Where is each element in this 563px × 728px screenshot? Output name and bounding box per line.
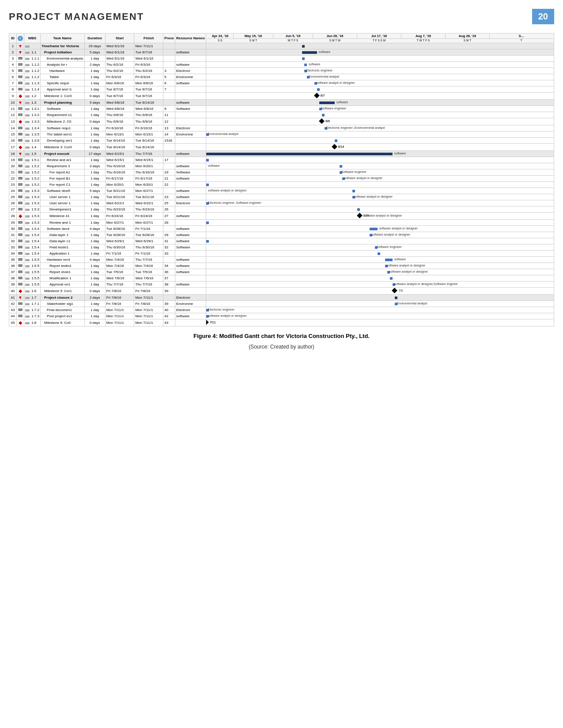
- row-resource: software: [175, 281, 206, 288]
- row-duration: 1 day: [84, 194, 105, 200]
- row-finish: Mon 6/20/1: [134, 182, 163, 188]
- row-id: 28: [9, 213, 17, 220]
- task-mode-icon: [16, 125, 24, 131]
- row-resource: Electroni: [175, 295, 206, 301]
- row-start: Mon 7/11/1: [105, 319, 134, 326]
- row-pred: [163, 163, 175, 169]
- row-duration: 1 day: [84, 125, 105, 131]
- row-duration: 1 day: [84, 263, 105, 269]
- row-duration: 3 days: [84, 163, 105, 169]
- row-pred: 14: [163, 131, 175, 138]
- row-resource: Environme: [175, 74, 206, 80]
- row-id: 25: [9, 194, 17, 200]
- table-row: 34 1.5.4Application 11 dayFri 7/1/16Fri …: [9, 251, 554, 257]
- row-wbs: 1.1.3: [24, 80, 40, 86]
- table-row: 9◆ 1.2Milestone 1: Cor00 daysTue 6/7/16T…: [9, 93, 554, 100]
- col-finish: Finish: [134, 34, 163, 43]
- row-start: Mon 6/6/16: [105, 80, 134, 86]
- row-wbs: 1.6: [24, 288, 40, 295]
- row-finish: Thu 7/7/16: [134, 281, 163, 288]
- row-id: 3: [9, 56, 17, 62]
- row-task-name: Review and 1: [40, 220, 84, 226]
- row-duration: 1 day: [84, 56, 105, 62]
- row-id: 18: [9, 151, 17, 157]
- row-duration: 1 day: [84, 232, 105, 238]
- row-start: Thu 6/9/16: [105, 118, 134, 125]
- row-id: 30: [9, 226, 17, 232]
- row-chart: [206, 157, 554, 163]
- row-resource: Software: [175, 169, 206, 176]
- task-mode-icon: [16, 281, 24, 288]
- row-chart: Electronic engineer ,Environemntal analy…: [206, 125, 554, 131]
- table-row: 44 1.7.3Post project ev11 dayMon 7/11/1M…: [9, 313, 554, 319]
- row-duration: 1 day: [84, 86, 105, 93]
- row-wbs: 1.2: [24, 93, 40, 100]
- table-row: 16 1.3.6Developing ser11 dayTue 6/14/16T…: [9, 138, 554, 144]
- row-start: Thu 6/2/16: [105, 62, 134, 68]
- row-duration: 0 days: [84, 288, 105, 295]
- task-mode-icon: [16, 106, 24, 112]
- row-chart: software analyst or designer: [206, 176, 554, 182]
- row-duration: 1 day: [84, 68, 105, 74]
- task-mode-icon: [16, 251, 24, 257]
- task-mode-icon: ◆: [16, 319, 24, 326]
- row-task-name: Modification 1: [40, 275, 84, 281]
- task-mode-icon: [16, 68, 24, 74]
- row-resource: [175, 144, 206, 151]
- row-pred: 5: [163, 74, 175, 80]
- row-start: Mon 6/13/1: [105, 131, 134, 138]
- task-mode-icon: [16, 131, 24, 138]
- row-task-name: Field testin1: [40, 244, 84, 251]
- row-resource: software: [175, 100, 206, 106]
- col-pred: Prece: [163, 34, 175, 43]
- row-start: Fri 7/8/16: [105, 301, 134, 307]
- row-wbs: 1.7.2: [24, 307, 40, 313]
- row-pred: 6: [163, 80, 175, 86]
- row-start: Thu 6/16/16: [105, 169, 134, 176]
- row-pred: [163, 100, 175, 106]
- table-row: 22 1.5.2For report B11 dayFri 6/17/16Fri…: [9, 176, 554, 182]
- table-row: 30 1.5.4Software dev44 daysTue 6/28/16Fr…: [9, 226, 554, 232]
- row-resource: software: [175, 263, 206, 269]
- row-finish: Mon 6/27/1: [134, 220, 163, 226]
- row-start: Fri 7/1/16: [105, 251, 134, 257]
- row-id: 41: [9, 295, 17, 301]
- col-task-name: Task Name: [40, 34, 84, 43]
- task-mode-icon: ◆: [16, 118, 24, 125]
- row-chart: software: [206, 163, 554, 169]
- row-task-name: Approval and r1: [40, 86, 84, 93]
- row-task-name: Hardware rec4: [40, 257, 84, 263]
- row-pred: 27: [163, 213, 175, 220]
- task-mode-icon: [16, 275, 24, 281]
- row-resource: software: [175, 313, 206, 319]
- task-mode-icon: [16, 169, 24, 176]
- row-chart: Environemntal analyst: [206, 301, 554, 307]
- row-finish: Mon 6/27/1: [134, 188, 163, 194]
- task-mode-icon: [16, 112, 24, 118]
- row-task-name: Milestone 2: C0: [40, 118, 84, 125]
- row-start: Wed 6/29/1: [105, 238, 134, 244]
- row-id: 39: [9, 281, 17, 288]
- row-id: 44: [9, 313, 17, 319]
- row-start: Mon 7/11/1: [105, 307, 134, 313]
- table-row: 43 1.7.2Final documen11 dayMon 7/11/1Mon…: [9, 307, 554, 313]
- row-id: 13: [9, 118, 17, 125]
- row-wbs: 1.1: [24, 49, 40, 56]
- row-wbs: 1.5.5: [24, 257, 40, 263]
- row-finish: Wed 6/8/16: [134, 106, 163, 112]
- row-pred: 42: [163, 313, 175, 319]
- row-wbs: 1.5.2: [24, 163, 40, 169]
- row-chart: [206, 295, 554, 301]
- row-chart: software analyst or designer: [206, 313, 554, 319]
- row-pred: 25: [163, 200, 175, 206]
- table-row: 45◆ 1.8Milestone 6: Co00 daysMon 7/11/1M…: [9, 319, 554, 326]
- row-duration: 29 days: [84, 43, 105, 49]
- task-mode-icon: [16, 220, 24, 226]
- row-duration: 4 days: [84, 257, 105, 263]
- task-mode-icon: [16, 157, 24, 163]
- row-wbs: 1.5: [24, 151, 40, 157]
- row-start: Mon 6/27/1: [105, 220, 134, 226]
- row-finish: Thu 7/7/16: [134, 151, 163, 157]
- task-mode-icon: ◆: [16, 144, 24, 151]
- row-pred: 39: [163, 288, 175, 295]
